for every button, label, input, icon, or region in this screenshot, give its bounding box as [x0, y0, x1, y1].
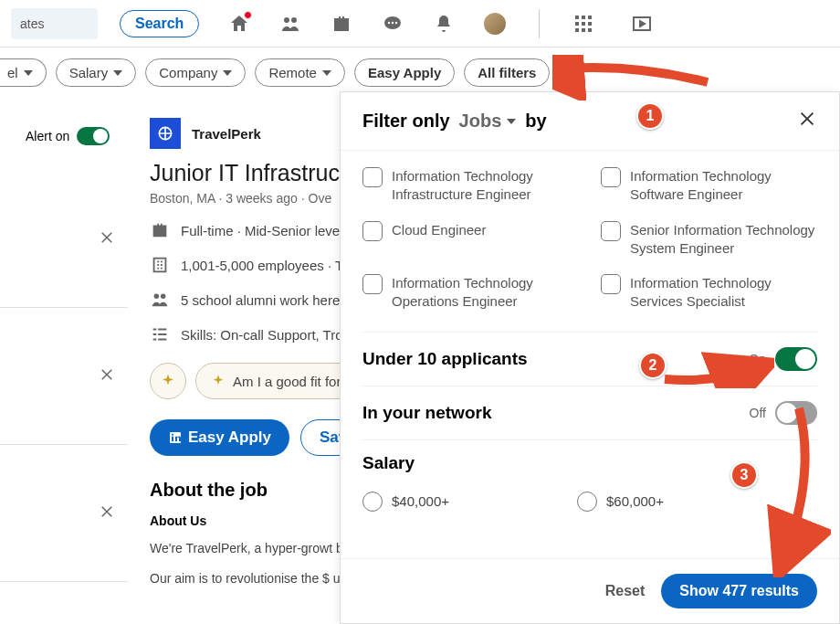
alert-toggle[interactable]	[77, 127, 110, 145]
filter-pill-all-filters[interactable]: All filters	[464, 58, 550, 87]
notifications-icon[interactable]	[433, 13, 455, 35]
ai-spark-button[interactable]	[150, 363, 186, 399]
easy-apply-button[interactable]: Easy Apply	[150, 419, 289, 456]
filter-pill-experience[interactable]: el	[0, 58, 47, 87]
title-checkbox-item[interactable]: Cloud Engineer	[362, 221, 579, 259]
notification-dot	[244, 11, 252, 19]
search-field[interactable]: ates	[11, 8, 98, 39]
checkbox[interactable]	[601, 221, 621, 241]
alert-label: Alert on	[26, 129, 69, 143]
svg-point-18	[154, 294, 160, 300]
job-list-item[interactable]	[0, 308, 128, 445]
spark-icon	[211, 374, 226, 388]
company-logo[interactable]	[150, 118, 181, 149]
dismiss-icon[interactable]	[99, 503, 115, 524]
under-10-label: Under 10 applicants	[362, 349, 528, 369]
title-checkbox-item[interactable]: Senior Information Technology System Eng…	[601, 221, 817, 259]
pill-label: All filters	[478, 65, 536, 80]
briefcase-icon	[150, 220, 170, 240]
title-label: Information Technology Services Speciali…	[630, 274, 817, 312]
ai-fit-prompt[interactable]: Am I a good fit for	[195, 363, 356, 399]
dismiss-icon[interactable]	[99, 229, 115, 249]
title-checkbox-item[interactable]: Information Technology Services Speciali…	[601, 274, 817, 312]
checkbox[interactable]	[362, 167, 383, 187]
svg-rect-13	[582, 28, 585, 32]
svg-rect-6	[575, 16, 579, 19]
annotation-badge-2: 2	[639, 352, 667, 379]
network-icon[interactable]	[279, 13, 301, 35]
building-icon	[150, 255, 170, 275]
annotation-badge-3: 3	[730, 461, 758, 489]
salary-option[interactable]: $40,000+	[362, 492, 449, 512]
job-list-item[interactable]	[0, 445, 128, 582]
company-name[interactable]: TravelPerk	[192, 126, 261, 142]
checkbox[interactable]	[601, 274, 621, 294]
list-icon	[150, 324, 170, 344]
title-label: Senior Information Technology System Eng…	[630, 221, 817, 259]
panel-title-filter-only: Filter only	[362, 111, 450, 132]
svg-point-3	[388, 21, 390, 23]
chevron-down-icon	[113, 70, 122, 76]
svg-rect-14	[588, 28, 592, 32]
job-list-item[interactable]	[0, 582, 128, 624]
salary-option[interactable]: $60,000+	[577, 492, 664, 512]
title-label: Cloud Engineer	[392, 221, 486, 239]
learning-icon[interactable]	[631, 13, 653, 35]
jobs-icon[interactable]	[331, 13, 352, 35]
avatar[interactable]	[484, 13, 506, 35]
checkbox[interactable]	[362, 274, 383, 294]
jobs-dropdown[interactable]: Jobs	[459, 111, 517, 132]
svg-point-0	[284, 17, 289, 23]
job-list-item[interactable]	[0, 171, 128, 308]
svg-rect-7	[582, 16, 585, 19]
title-label: Information Technology Operations Engine…	[392, 274, 579, 312]
title-checkbox-item[interactable]: Information Technology Software Engineer	[601, 167, 817, 205]
svg-rect-21	[172, 437, 173, 441]
jobs-dropdown-label: Jobs	[459, 111, 502, 132]
search-tab[interactable]: Search	[120, 10, 199, 37]
pill-label: Remote	[268, 65, 317, 80]
svg-rect-12	[575, 28, 579, 32]
title-checkbox-item[interactable]: Information Technology Operations Engine…	[362, 274, 579, 312]
title-checkbox-item[interactable]: Information Technology Infrastructure En…	[362, 167, 579, 205]
home-icon[interactable]	[228, 13, 250, 35]
in-network-label: In your network	[362, 403, 491, 423]
pill-label: Salary	[69, 65, 109, 80]
people-icon	[150, 290, 170, 310]
linkedin-icon	[168, 430, 183, 445]
messaging-icon[interactable]	[382, 13, 404, 35]
search-text-fragment: ates	[20, 16, 44, 31]
svg-rect-10	[582, 22, 585, 26]
annotation-arrow-3	[767, 404, 831, 577]
checkbox[interactable]	[601, 167, 621, 187]
svg-rect-9	[575, 22, 579, 26]
chevron-down-icon	[322, 70, 331, 76]
svg-rect-17	[154, 259, 166, 272]
reset-button[interactable]: Reset	[605, 583, 646, 599]
annotation-arrow-2	[656, 352, 774, 388]
checkbox[interactable]	[362, 221, 383, 241]
apps-grid-icon[interactable]	[572, 13, 594, 35]
svg-point-22	[172, 434, 173, 436]
annotation-badge-1: 1	[636, 102, 664, 130]
dismiss-icon[interactable]	[99, 366, 115, 386]
pill-label: Easy Apply	[368, 65, 441, 80]
radio[interactable]	[577, 492, 597, 512]
svg-point-5	[395, 21, 397, 23]
annotation-arrow-1	[552, 55, 717, 100]
salary-option-label: $40,000+	[392, 493, 449, 509]
close-panel-button[interactable]	[797, 109, 817, 133]
pill-label: Company	[159, 65, 217, 80]
chevron-down-icon	[24, 70, 33, 76]
panel-title-by: by	[525, 111, 546, 132]
show-results-button[interactable]: Show 477 results	[661, 574, 817, 608]
radio[interactable]	[362, 492, 383, 512]
chevron-down-icon	[223, 70, 232, 76]
filter-pill-easy-apply[interactable]: Easy Apply	[354, 58, 455, 87]
filter-pill-company[interactable]: Company	[145, 58, 246, 87]
under-10-toggle[interactable]	[775, 347, 817, 371]
svg-point-1	[291, 17, 297, 23]
filter-pill-salary[interactable]: Salary	[56, 58, 137, 87]
chevron-down-icon	[507, 119, 516, 124]
filter-pill-remote[interactable]: Remote	[255, 58, 345, 87]
